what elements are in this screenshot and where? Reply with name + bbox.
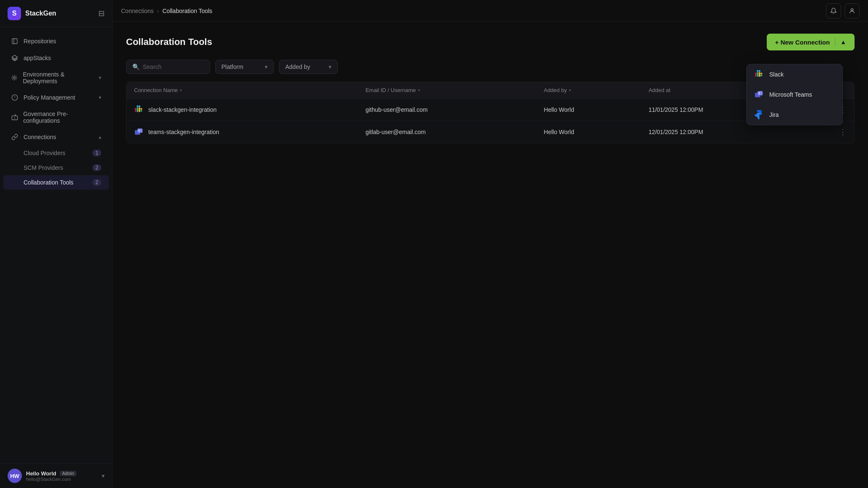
sidebar-item-governance-label: Governance Pre-configurations (23, 111, 101, 124)
dropdown-item-teams[interactable]: T Microsoft Teams (747, 84, 842, 105)
teams-menu-icon: T (754, 90, 764, 100)
sidebar-item-appstacks[interactable]: appStacks (3, 50, 109, 66)
table-row: T teams-stackgen-integration gitlab-user… (126, 121, 854, 143)
added-by-filter[interactable]: Added by ▾ (279, 60, 338, 74)
page-content-area: Collaboration Tools + New Connection ▲ 🔍… (113, 22, 868, 488)
svg-rect-9 (135, 110, 137, 112)
sidebar-toggle-icon[interactable]: ⊟ (98, 9, 105, 18)
breadcrumb: Connections › Collaboration Tools (121, 8, 212, 14)
row2-connection-name: T teams-stackgen-integration (126, 121, 358, 143)
chevron-up-icon-connections: ▴ (99, 134, 101, 140)
svg-text:T: T (138, 129, 140, 132)
sidebar-footer: HW Hello World Admin hello@StackGen.com … (0, 463, 112, 488)
app-logo-icon: S (8, 7, 21, 20)
svg-rect-14 (141, 108, 142, 110)
svg-point-7 (851, 8, 853, 11)
new-connection-dropdown: Slack T Microsoft Teams (746, 64, 843, 125)
notifications-button[interactable] (826, 3, 841, 18)
dropdown-item-jira-label: Jira (769, 111, 779, 118)
user-email: hello@StackGen.com (26, 477, 97, 482)
breadcrumb-separator: › (157, 8, 159, 14)
user-settings-button[interactable] (844, 3, 860, 18)
col-email-username[interactable]: Email ID / Username ▾ (358, 82, 536, 99)
jira-menu-icon (754, 110, 764, 120)
svg-rect-8 (135, 108, 137, 110)
new-connection-button[interactable]: + New Connection ▲ (767, 34, 855, 50)
cloud-providers-badge: 1 (92, 150, 101, 156)
teams-row-icon: T (134, 127, 144, 137)
breadcrumb-parent[interactable]: Connections (121, 8, 154, 14)
connections-icon (11, 133, 18, 141)
user-info: Hello World Admin hello@StackGen.com (26, 470, 97, 482)
app-name: StackGen (25, 10, 56, 17)
svg-rect-13 (139, 108, 140, 112)
breadcrumb-current: Collaboration Tools (163, 8, 213, 14)
repo-icon (11, 37, 18, 45)
user-avatar: HW (8, 469, 22, 483)
search-input[interactable] (143, 63, 204, 70)
search-icon: 🔍 (132, 63, 139, 70)
svg-rect-12 (137, 108, 139, 112)
svg-rect-11 (139, 106, 140, 107)
dropdown-item-jira[interactable]: Jira (747, 105, 842, 125)
main-content: Connections › Collaboration Tools Collab… (113, 0, 868, 488)
col-connection-name[interactable]: Connection Name ▾ (126, 82, 358, 99)
sidebar-item-environments-label: Environments & Deployments (23, 71, 94, 84)
chevron-down-icon: ▾ (99, 75, 101, 81)
platform-filter-label: Platform (221, 63, 243, 70)
sidebar-item-policy[interactable]: Policy Management ▾ (3, 90, 109, 106)
sidebar-header: S StackGen ⊟ (0, 0, 112, 27)
user-menu-chevron[interactable]: ▾ (102, 472, 105, 479)
added-by-filter-chevron: ▾ (329, 63, 331, 70)
sidebar: S StackGen ⊟ Repositories appStacks Envi… (0, 0, 113, 488)
table: Connection Name ▾ Email ID / Username ▾ (126, 82, 854, 143)
table-body: slack-stackgen-integration github-user@e… (126, 99, 854, 143)
svg-rect-26 (761, 75, 763, 76)
connections-sub-nav: Cloud Providers 1 SCM Providers 2 Collab… (0, 146, 112, 190)
svg-rect-21 (757, 70, 759, 72)
row1-email: github-user@email.com (358, 99, 536, 121)
table-header-row: Connection Name ▾ Email ID / Username ▾ (126, 82, 854, 99)
sort-icon-email: ▾ (418, 88, 420, 92)
slack-row-icon (134, 105, 144, 115)
dropdown-item-teams-label: Microsoft Teams (769, 91, 812, 98)
env-icon (11, 74, 18, 82)
sidebar-item-scm-providers-label: SCM Providers (24, 164, 63, 171)
row1-added-by: Hello World (536, 99, 641, 121)
svg-point-3 (13, 77, 15, 79)
search-box[interactable]: 🔍 (126, 60, 210, 74)
collaboration-tools-badge: 2 (92, 179, 101, 186)
svg-rect-25 (761, 73, 763, 74)
sidebar-nav: Repositories appStacks Environments & De… (0, 27, 112, 463)
sidebar-item-connections[interactable]: Connections ▴ (3, 129, 109, 145)
platform-filter[interactable]: Platform ▾ (215, 60, 274, 74)
dropdown-item-slack-label: Slack (769, 71, 784, 78)
sidebar-item-environments[interactable]: Environments & Deployments ▾ (3, 67, 109, 89)
col-added-by[interactable]: Added by ▾ (536, 82, 641, 99)
sidebar-item-repositories-label: Repositories (24, 38, 56, 45)
sidebar-item-collaboration-tools[interactable]: Collaboration Tools 2 (3, 175, 109, 190)
sidebar-item-governance[interactable]: Governance Pre-configurations (3, 106, 109, 128)
sidebar-item-repositories[interactable]: Repositories (3, 33, 109, 49)
dropdown-item-slack[interactable]: Slack (747, 64, 842, 84)
added-by-filter-label: Added by (285, 63, 310, 70)
sidebar-item-cloud-providers[interactable]: Cloud Providers 1 (3, 146, 109, 160)
row2-name-text: teams-stackgen-integration (148, 129, 219, 135)
table-row: slack-stackgen-integration github-user@e… (126, 99, 854, 121)
svg-rect-24 (759, 72, 760, 77)
topbar-actions (826, 3, 860, 18)
svg-rect-23 (757, 72, 759, 77)
admin-badge: Admin (60, 471, 76, 476)
row1-name-text: slack-stackgen-integration (148, 106, 217, 113)
topbar: Connections › Collaboration Tools (113, 0, 868, 22)
sidebar-item-scm-providers[interactable]: SCM Providers 2 (3, 161, 109, 175)
sort-icon-name: ▾ (180, 88, 182, 92)
scm-providers-badge: 2 (92, 164, 101, 171)
svg-text:T: T (758, 92, 760, 95)
governance-icon (11, 113, 18, 121)
chevron-down-icon-policy: ▾ (99, 95, 101, 100)
row2-added-by: Hello World (536, 121, 641, 143)
layers-icon (11, 54, 18, 62)
sidebar-item-collaboration-tools-label: Collaboration Tools (24, 179, 74, 186)
row2-email: gitlab-user@email.com (358, 121, 536, 143)
